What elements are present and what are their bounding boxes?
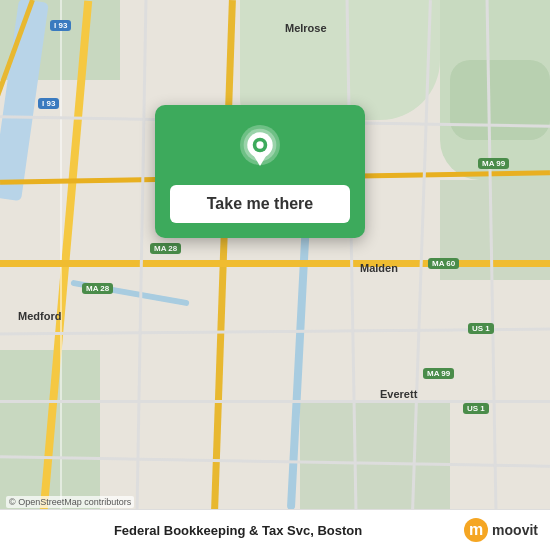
business-name: Federal Bookkeeping & Tax Svc [114,523,310,538]
location-pin-icon [235,125,285,175]
moovit-logo: m moovit [464,518,538,542]
business-info: Federal Bookkeeping & Tax Svc, Boston [20,523,456,538]
svg-point-4 [256,141,263,148]
take-me-there-button[interactable]: Take me there [170,185,350,223]
map-container: Melrose Malden Medford Everett I 93 I 93… [0,0,550,550]
osm-attribution: © OpenStreetMap contributors [6,496,134,508]
moovit-m-icon: m [464,518,488,542]
city-name: Boston [317,523,362,538]
bottom-bar: Federal Bookkeeping & Tax Svc, Boston m … [0,509,550,550]
location-card: Take me there [155,105,365,238]
moovit-text: moovit [492,522,538,538]
